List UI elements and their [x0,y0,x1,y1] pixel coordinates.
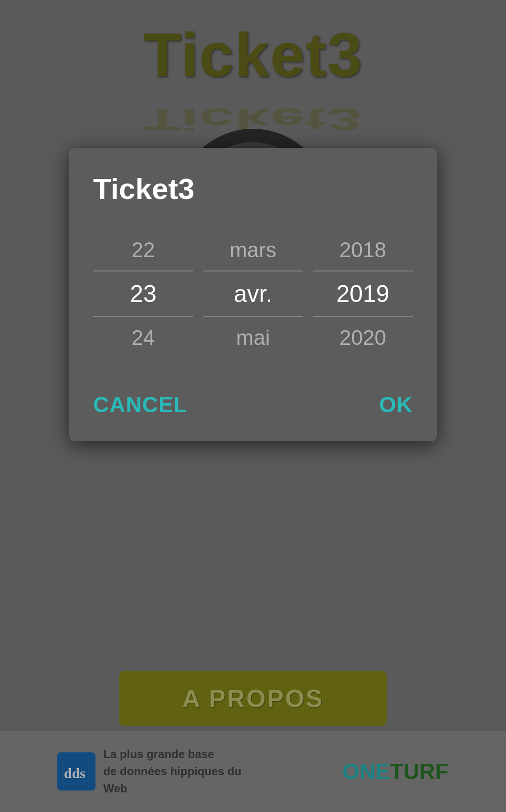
picker-year-2018[interactable]: 2018 [313,229,413,271]
picker-day-23-selected[interactable]: 23 [93,271,193,316]
dialog-title: Ticket3 [93,172,413,206]
dialog-overlay: Ticket3 22 23 24 mars avr. mai 2018 [0,0,506,812]
date-picker-dialog: Ticket3 22 23 24 mars avr. mai 2018 [69,148,437,441]
picker-month-mai[interactable]: mai [203,317,303,358]
date-picker[interactable]: 22 23 24 mars avr. mai 2018 2019 2020 [93,229,413,358]
picker-day-22[interactable]: 22 [93,229,193,271]
cancel-button[interactable]: CANCEL [93,387,188,422]
picker-month-column[interactable]: mars avr. mai [203,229,303,358]
picker-year-column[interactable]: 2018 2019 2020 [313,229,413,358]
picker-month-mars[interactable]: mars [203,229,303,271]
dialog-buttons: CANCEL OK [93,382,413,422]
picker-month-avr-selected[interactable]: avr. [203,271,303,316]
ok-button[interactable]: OK [379,387,413,422]
picker-day-column[interactable]: 22 23 24 [93,229,193,358]
picker-day-24[interactable]: 24 [93,317,193,358]
picker-year-2019-selected[interactable]: 2019 [313,271,413,316]
picker-year-2020[interactable]: 2020 [313,317,413,358]
